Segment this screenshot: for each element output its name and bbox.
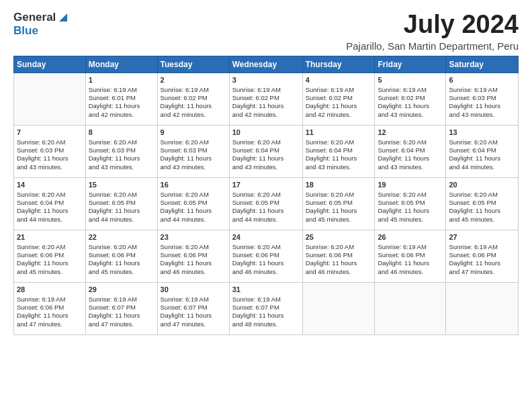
day-cell: 26Sunrise: 6:19 AM Sunset: 6:06 PM Dayli… bbox=[375, 230, 446, 282]
day-cell: 18Sunrise: 6:20 AM Sunset: 6:05 PM Dayli… bbox=[302, 177, 375, 230]
week-row-1: 1Sunrise: 6:19 AM Sunset: 6:01 PM Daylig… bbox=[14, 73, 519, 125]
weekday-header-friday: Friday bbox=[375, 56, 446, 73]
day-number: 21 bbox=[17, 232, 83, 242]
day-number: 14 bbox=[17, 180, 83, 190]
day-cell: 30Sunrise: 6:19 AM Sunset: 6:07 PM Dayli… bbox=[157, 282, 229, 334]
logo-blue: Blue bbox=[13, 24, 38, 38]
location-title: Pajarillo, San Martin Department, Peru bbox=[346, 40, 519, 52]
week-row-4: 21Sunrise: 6:20 AM Sunset: 6:06 PM Dayli… bbox=[14, 230, 519, 282]
day-number: 2 bbox=[161, 75, 226, 85]
day-cell: 23Sunrise: 6:20 AM Sunset: 6:06 PM Dayli… bbox=[157, 230, 229, 282]
day-info: Sunrise: 6:19 AM Sunset: 6:07 PM Dayligh… bbox=[89, 295, 154, 328]
day-info: Sunrise: 6:20 AM Sunset: 6:03 PM Dayligh… bbox=[161, 138, 226, 171]
title-block: July 2024 Pajarillo, San Martin Departme… bbox=[346, 11, 519, 52]
week-row-3: 14Sunrise: 6:20 AM Sunset: 6:04 PM Dayli… bbox=[14, 177, 519, 230]
weekday-header-thursday: Thursday bbox=[302, 56, 375, 73]
day-info: Sunrise: 6:20 AM Sunset: 6:04 PM Dayligh… bbox=[306, 138, 372, 171]
day-number: 11 bbox=[306, 128, 372, 138]
day-number: 31 bbox=[232, 285, 300, 295]
day-cell: 22Sunrise: 6:20 AM Sunset: 6:06 PM Dayli… bbox=[85, 230, 157, 282]
day-info: Sunrise: 6:20 AM Sunset: 6:06 PM Dayligh… bbox=[161, 243, 226, 276]
week-row-2: 7Sunrise: 6:20 AM Sunset: 6:03 PM Daylig… bbox=[14, 125, 519, 177]
day-number: 26 bbox=[378, 232, 443, 242]
day-cell: 19Sunrise: 6:20 AM Sunset: 6:05 PM Dayli… bbox=[375, 177, 446, 230]
day-cell: 20Sunrise: 6:20 AM Sunset: 6:05 PM Dayli… bbox=[446, 177, 519, 230]
day-number: 19 bbox=[378, 180, 443, 190]
day-info: Sunrise: 6:20 AM Sunset: 6:05 PM Dayligh… bbox=[161, 191, 226, 224]
day-number: 24 bbox=[232, 232, 300, 242]
day-info: Sunrise: 6:20 AM Sunset: 6:04 PM Dayligh… bbox=[449, 138, 515, 171]
day-info: Sunrise: 6:20 AM Sunset: 6:05 PM Dayligh… bbox=[89, 191, 154, 224]
day-info: Sunrise: 6:19 AM Sunset: 6:07 PM Dayligh… bbox=[161, 295, 226, 328]
day-cell: 5Sunrise: 6:19 AM Sunset: 6:02 PM Daylig… bbox=[375, 73, 446, 125]
day-number: 18 bbox=[306, 180, 372, 190]
day-info: Sunrise: 6:20 AM Sunset: 6:06 PM Dayligh… bbox=[306, 243, 372, 276]
day-cell bbox=[446, 282, 519, 334]
logo-icon bbox=[56, 11, 69, 23]
day-info: Sunrise: 6:20 AM Sunset: 6:05 PM Dayligh… bbox=[378, 191, 443, 224]
day-number: 29 bbox=[89, 285, 154, 295]
day-info: Sunrise: 6:20 AM Sunset: 6:04 PM Dayligh… bbox=[232, 138, 300, 171]
day-info: Sunrise: 6:19 AM Sunset: 6:01 PM Dayligh… bbox=[89, 86, 154, 119]
day-info: Sunrise: 6:20 AM Sunset: 6:06 PM Dayligh… bbox=[232, 243, 300, 276]
weekday-header-wednesday: Wednesday bbox=[229, 56, 302, 73]
day-info: Sunrise: 6:19 AM Sunset: 6:02 PM Dayligh… bbox=[306, 86, 372, 119]
day-info: Sunrise: 6:19 AM Sunset: 6:06 PM Dayligh… bbox=[449, 243, 515, 276]
day-info: Sunrise: 6:19 AM Sunset: 6:02 PM Dayligh… bbox=[378, 86, 443, 119]
day-info: Sunrise: 6:20 AM Sunset: 6:06 PM Dayligh… bbox=[17, 243, 83, 276]
day-number: 8 bbox=[89, 128, 154, 138]
day-cell bbox=[14, 73, 86, 125]
day-number: 1 bbox=[89, 75, 154, 85]
day-cell: 8Sunrise: 6:20 AM Sunset: 6:03 PM Daylig… bbox=[85, 125, 157, 177]
day-number: 22 bbox=[89, 232, 154, 242]
weekday-header-saturday: Saturday bbox=[446, 56, 519, 73]
day-cell: 27Sunrise: 6:19 AM Sunset: 6:06 PM Dayli… bbox=[446, 230, 519, 282]
day-cell: 14Sunrise: 6:20 AM Sunset: 6:04 PM Dayli… bbox=[14, 177, 86, 230]
day-number: 20 bbox=[449, 180, 515, 190]
day-cell: 13Sunrise: 6:20 AM Sunset: 6:04 PM Dayli… bbox=[446, 125, 519, 177]
calendar-table: SundayMondayTuesdayWednesdayThursdayFrid… bbox=[13, 56, 519, 335]
logo: General Blue bbox=[13, 11, 69, 38]
day-cell: 28Sunrise: 6:19 AM Sunset: 6:06 PM Dayli… bbox=[14, 282, 86, 334]
day-number: 3 bbox=[232, 75, 300, 85]
day-cell: 24Sunrise: 6:20 AM Sunset: 6:06 PM Dayli… bbox=[229, 230, 302, 282]
day-cell: 12Sunrise: 6:20 AM Sunset: 6:04 PM Dayli… bbox=[375, 125, 446, 177]
day-cell: 9Sunrise: 6:20 AM Sunset: 6:03 PM Daylig… bbox=[157, 125, 229, 177]
day-info: Sunrise: 6:20 AM Sunset: 6:05 PM Dayligh… bbox=[306, 191, 372, 224]
day-cell: 1Sunrise: 6:19 AM Sunset: 6:01 PM Daylig… bbox=[85, 73, 157, 125]
day-number: 27 bbox=[449, 232, 515, 242]
day-info: Sunrise: 6:20 AM Sunset: 6:03 PM Dayligh… bbox=[17, 138, 83, 171]
day-number: 15 bbox=[89, 180, 154, 190]
day-cell bbox=[375, 282, 446, 334]
day-info: Sunrise: 6:20 AM Sunset: 6:04 PM Dayligh… bbox=[378, 138, 443, 171]
day-number: 9 bbox=[161, 128, 226, 138]
day-cell: 4Sunrise: 6:19 AM Sunset: 6:02 PM Daylig… bbox=[302, 73, 375, 125]
day-number: 4 bbox=[306, 75, 372, 85]
day-cell: 10Sunrise: 6:20 AM Sunset: 6:04 PM Dayli… bbox=[229, 125, 302, 177]
day-cell: 21Sunrise: 6:20 AM Sunset: 6:06 PM Dayli… bbox=[14, 230, 86, 282]
day-info: Sunrise: 6:20 AM Sunset: 6:05 PM Dayligh… bbox=[449, 191, 515, 224]
day-info: Sunrise: 6:20 AM Sunset: 6:04 PM Dayligh… bbox=[17, 191, 83, 224]
day-number: 30 bbox=[161, 285, 226, 295]
day-info: Sunrise: 6:19 AM Sunset: 6:06 PM Dayligh… bbox=[17, 295, 83, 328]
day-info: Sunrise: 6:19 AM Sunset: 6:02 PM Dayligh… bbox=[232, 86, 300, 119]
weekday-header-sunday: Sunday bbox=[14, 56, 86, 73]
day-cell: 31Sunrise: 6:19 AM Sunset: 6:07 PM Dayli… bbox=[229, 282, 302, 334]
day-info: Sunrise: 6:19 AM Sunset: 6:02 PM Dayligh… bbox=[161, 86, 226, 119]
svg-marker-0 bbox=[59, 13, 67, 21]
logo-general: General bbox=[13, 11, 56, 24]
day-cell: 17Sunrise: 6:20 AM Sunset: 6:05 PM Dayli… bbox=[229, 177, 302, 230]
day-info: Sunrise: 6:20 AM Sunset: 6:03 PM Dayligh… bbox=[89, 138, 154, 171]
day-cell: 11Sunrise: 6:20 AM Sunset: 6:04 PM Dayli… bbox=[302, 125, 375, 177]
day-number: 16 bbox=[161, 180, 226, 190]
day-number: 6 bbox=[449, 75, 515, 85]
day-number: 13 bbox=[449, 128, 515, 138]
month-title: July 2024 bbox=[346, 11, 519, 39]
day-cell: 3Sunrise: 6:19 AM Sunset: 6:02 PM Daylig… bbox=[229, 73, 302, 125]
day-number: 12 bbox=[378, 128, 443, 138]
day-cell: 2Sunrise: 6:19 AM Sunset: 6:02 PM Daylig… bbox=[157, 73, 229, 125]
weekday-header-row: SundayMondayTuesdayWednesdayThursdayFrid… bbox=[14, 56, 519, 73]
day-info: Sunrise: 6:20 AM Sunset: 6:06 PM Dayligh… bbox=[89, 243, 154, 276]
page: General Blue July 2024 Pajarillo, San Ma… bbox=[0, 0, 532, 411]
day-cell: 7Sunrise: 6:20 AM Sunset: 6:03 PM Daylig… bbox=[14, 125, 86, 177]
